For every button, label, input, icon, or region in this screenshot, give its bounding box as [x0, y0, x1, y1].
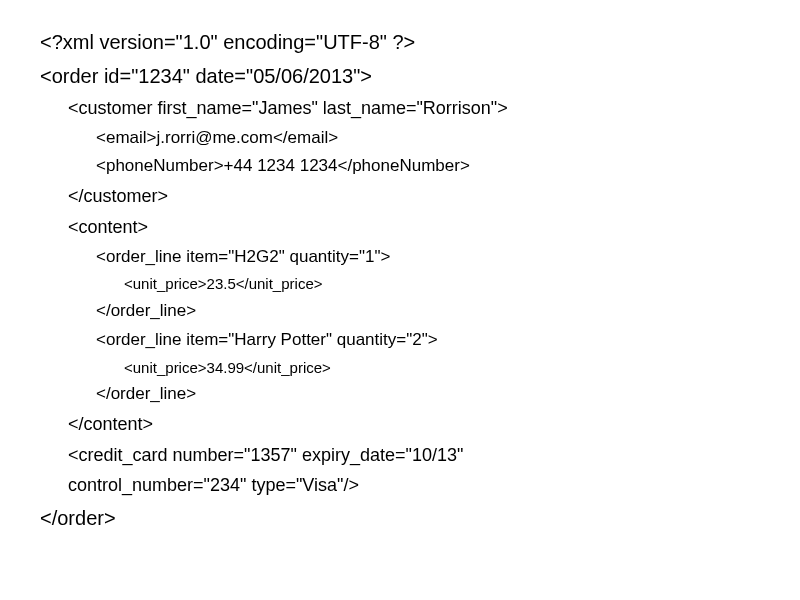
unit-price-2: <unit_price>34.99</unit_price> [40, 355, 760, 381]
phone-element: <phoneNumber>+44 1234 1234</phoneNumber> [40, 152, 760, 181]
unit-price-1: <unit_price>23.5</unit_price> [40, 271, 760, 297]
customer-close-tag: </customer> [40, 181, 760, 212]
order-close-tag: </order> [40, 501, 760, 535]
content-close-tag: </content> [40, 409, 760, 440]
email-element: <email>j.rorri@me.com</email> [40, 124, 760, 153]
credit-card-line-2: control_number="234" type="Visa"/> [40, 470, 760, 501]
credit-card-line-1: <credit_card number="1357" expiry_date="… [40, 440, 760, 471]
order-line-2-close: </order_line> [40, 380, 760, 409]
order-line-1-close: </order_line> [40, 297, 760, 326]
content-open-tag: <content> [40, 212, 760, 243]
order-open-tag: <order id="1234" date="05/06/2013"> [40, 59, 760, 93]
order-line-2-open: <order_line item="Harry Potter" quantity… [40, 326, 760, 355]
customer-open-tag: <customer first_name="James" last_name="… [40, 93, 760, 124]
order-line-1-open: <order_line item="H2G2" quantity="1"> [40, 243, 760, 272]
xml-declaration: <?xml version="1.0" encoding="UTF-8" ?> [40, 25, 760, 59]
